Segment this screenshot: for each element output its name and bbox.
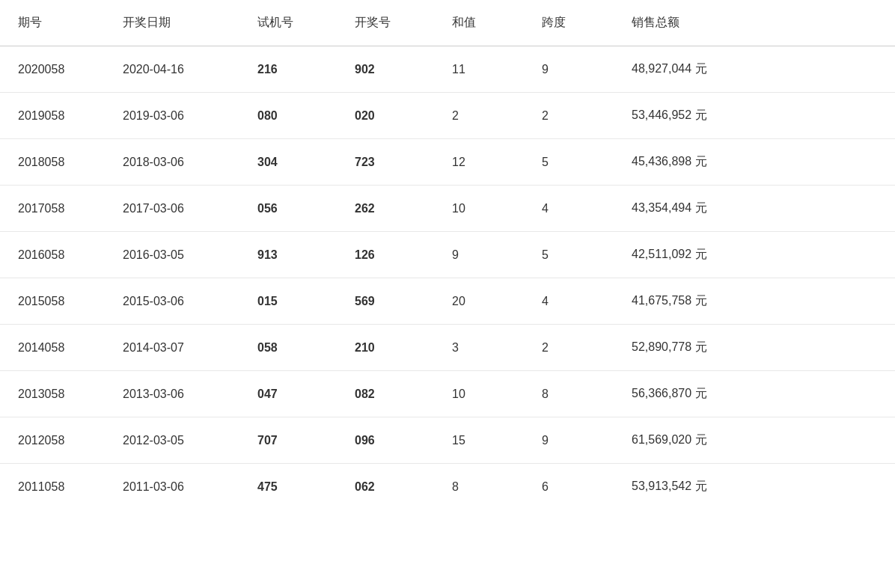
cell-period: 2013058: [0, 371, 105, 417]
table-row: 20120582012-03-0570709615961,569,020 元: [0, 417, 895, 464]
header-date: 开奖日期: [105, 0, 239, 46]
cell-period: 2012058: [0, 417, 105, 464]
cell-date: 2019-03-06: [105, 93, 239, 139]
cell-winning: 902: [337, 46, 434, 93]
cell-span: 2: [524, 93, 614, 139]
cell-trial: 015: [239, 278, 337, 325]
cell-period: 2017058: [0, 186, 105, 232]
cell-sum: 3: [434, 325, 524, 371]
cell-sales: 45,436,898 元: [614, 139, 895, 186]
cell-date: 2016-03-05: [105, 232, 239, 278]
cell-sum: 2: [434, 93, 524, 139]
cell-trial: 080: [239, 93, 337, 139]
cell-period: 2014058: [0, 325, 105, 371]
cell-sales: 48,927,044 元: [614, 46, 895, 93]
cell-winning: 569: [337, 278, 434, 325]
cell-span: 5: [524, 139, 614, 186]
cell-span: 9: [524, 46, 614, 93]
cell-date: 2011-03-06: [105, 464, 239, 510]
lottery-table: 期号 开奖日期 试机号 开奖号 和值 跨度 销售总额 20200582020-0…: [0, 0, 895, 509]
cell-sales: 43,354,494 元: [614, 186, 895, 232]
cell-winning: 262: [337, 186, 434, 232]
cell-date: 2013-03-06: [105, 371, 239, 417]
table-row: 20130582013-03-0604708210856,366,870 元: [0, 371, 895, 417]
cell-span: 4: [524, 278, 614, 325]
cell-sum: 15: [434, 417, 524, 464]
cell-trial: 475: [239, 464, 337, 510]
cell-sales: 53,913,542 元: [614, 464, 895, 510]
cell-sales: 53,446,952 元: [614, 93, 895, 139]
cell-winning: 062: [337, 464, 434, 510]
header-trial: 试机号: [239, 0, 337, 46]
cell-trial: 047: [239, 371, 337, 417]
table-row: 20190582019-03-060800202253,446,952 元: [0, 93, 895, 139]
cell-trial: 913: [239, 232, 337, 278]
cell-period: 2015058: [0, 278, 105, 325]
table-row: 20170582017-03-0605626210443,354,494 元: [0, 186, 895, 232]
cell-sum: 11: [434, 46, 524, 93]
cell-span: 4: [524, 186, 614, 232]
cell-date: 2014-03-07: [105, 325, 239, 371]
table-row: 20110582011-03-064750628653,913,542 元: [0, 464, 895, 510]
header-winning: 开奖号: [337, 0, 434, 46]
cell-trial: 216: [239, 46, 337, 93]
cell-sum: 10: [434, 371, 524, 417]
cell-winning: 096: [337, 417, 434, 464]
cell-date: 2017-03-06: [105, 186, 239, 232]
cell-sales: 52,890,778 元: [614, 325, 895, 371]
cell-span: 6: [524, 464, 614, 510]
main-container: 期号 开奖日期 试机号 开奖号 和值 跨度 销售总额 20200582020-0…: [0, 0, 895, 588]
cell-sum: 9: [434, 232, 524, 278]
cell-trial: 056: [239, 186, 337, 232]
cell-sales: 42,511,092 元: [614, 232, 895, 278]
header-sales: 销售总额: [614, 0, 895, 46]
cell-winning: 020: [337, 93, 434, 139]
cell-trial: 304: [239, 139, 337, 186]
cell-sum: 20: [434, 278, 524, 325]
header-period: 期号: [0, 0, 105, 46]
cell-date: 2018-03-06: [105, 139, 239, 186]
cell-sum: 12: [434, 139, 524, 186]
table-row: 20200582020-04-1621690211948,927,044 元: [0, 46, 895, 93]
table-row: 20150582015-03-0601556920441,675,758 元: [0, 278, 895, 325]
cell-period: 2011058: [0, 464, 105, 510]
cell-sum: 10: [434, 186, 524, 232]
cell-period: 2020058: [0, 46, 105, 93]
cell-date: 2015-03-06: [105, 278, 239, 325]
cell-period: 2016058: [0, 232, 105, 278]
cell-sales: 41,675,758 元: [614, 278, 895, 325]
cell-winning: 082: [337, 371, 434, 417]
cell-winning: 210: [337, 325, 434, 371]
cell-sales: 56,366,870 元: [614, 371, 895, 417]
cell-date: 2020-04-16: [105, 46, 239, 93]
cell-span: 8: [524, 371, 614, 417]
cell-span: 2: [524, 325, 614, 371]
header-sum: 和值: [434, 0, 524, 46]
cell-date: 2012-03-05: [105, 417, 239, 464]
table-row: 20180582018-03-0630472312545,436,898 元: [0, 139, 895, 186]
table-row: 20140582014-03-070582103252,890,778 元: [0, 325, 895, 371]
cell-trial: 707: [239, 417, 337, 464]
cell-span: 5: [524, 232, 614, 278]
cell-trial: 058: [239, 325, 337, 371]
header-span: 跨度: [524, 0, 614, 46]
table-row: 20160582016-03-059131269542,511,092 元: [0, 232, 895, 278]
cell-span: 9: [524, 417, 614, 464]
cell-winning: 723: [337, 139, 434, 186]
cell-sales: 61,569,020 元: [614, 417, 895, 464]
cell-sum: 8: [434, 464, 524, 510]
cell-period: 2018058: [0, 139, 105, 186]
cell-winning: 126: [337, 232, 434, 278]
table-header-row: 期号 开奖日期 试机号 开奖号 和值 跨度 销售总额: [0, 0, 895, 46]
cell-period: 2019058: [0, 93, 105, 139]
